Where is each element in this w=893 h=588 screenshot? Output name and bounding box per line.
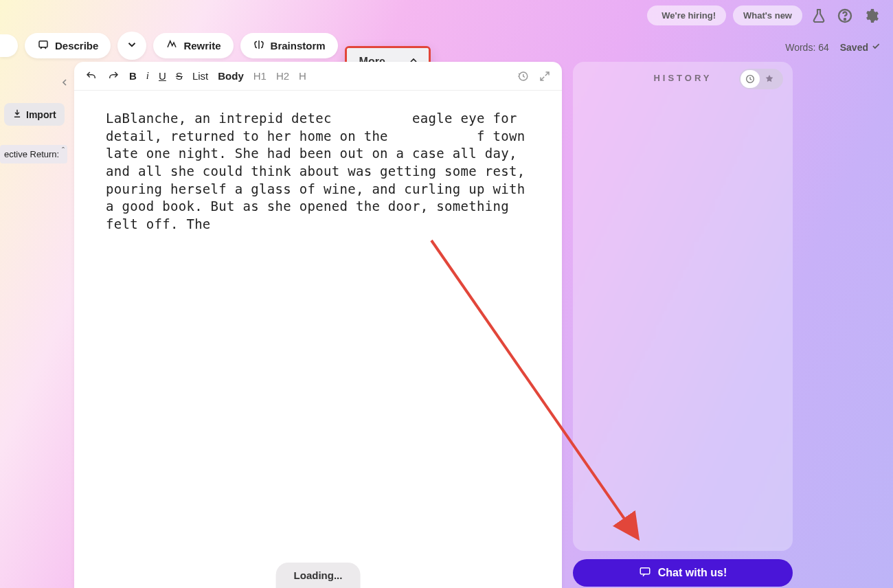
import-button[interactable]: Import: [4, 103, 65, 126]
svg-point-1: [844, 19, 846, 20]
h2-button[interactable]: H2: [276, 70, 289, 82]
loading-label: Loading...: [294, 569, 343, 581]
h3-button[interactable]: H: [299, 70, 306, 82]
undo-button[interactable]: [85, 70, 98, 82]
rewrite-icon: [166, 38, 178, 53]
document-title: ective Return:: [4, 149, 59, 159]
history-recent-icon: [741, 70, 760, 88]
sidebar: Import ective Return:: [0, 62, 74, 588]
chat-icon: [639, 565, 651, 580]
rewrite-button[interactable]: Rewrite: [153, 33, 233, 58]
settings-icon[interactable]: [861, 6, 881, 25]
list-button[interactable]: List: [192, 70, 208, 82]
labs-icon[interactable]: [809, 6, 828, 25]
h1-button[interactable]: H1: [253, 70, 267, 82]
brainstorm-icon: [253, 38, 265, 53]
history-icon[interactable]: [517, 70, 529, 82]
top-header: We're hiring! What's new: [647, 5, 881, 25]
bold-button[interactable]: B: [129, 70, 137, 82]
history-title: HISTORY: [653, 73, 712, 83]
svg-rect-2: [39, 41, 47, 47]
history-toggle[interactable]: [739, 69, 783, 89]
document-list-item[interactable]: ective Return:: [0, 145, 67, 163]
brainstorm-label: Brainstorm: [271, 40, 326, 52]
whats-new-label: What's new: [743, 10, 792, 21]
chat-button[interactable]: Chat with us!: [573, 559, 793, 587]
check-icon: [871, 41, 881, 53]
import-label: Import: [26, 109, 56, 120]
chat-label: Chat with us!: [658, 567, 727, 579]
status-bar: Words: 64 Saved: [785, 41, 881, 53]
describe-button[interactable]: Describe: [25, 33, 111, 58]
whats-new-button[interactable]: What's new: [733, 5, 802, 25]
ai-tools-bar: Describe Rewrite Brainstorm More Shrink …: [0, 32, 345, 60]
describe-label: Describe: [55, 40, 98, 52]
history-panel: HISTORY: [573, 62, 793, 551]
loading-indicator: Loading...: [276, 563, 361, 588]
brainstorm-button[interactable]: Brainstorm: [240, 33, 338, 58]
underline-button[interactable]: U: [159, 70, 166, 82]
download-icon: [12, 109, 22, 120]
editor-panel: B i U S List Body H1 H2 H LaBlanche, an …: [74, 62, 562, 588]
word-count: Words: 64: [785, 42, 829, 53]
tool-prev[interactable]: [0, 34, 18, 57]
hiring-button[interactable]: We're hiring!: [647, 5, 726, 25]
format-bar: B i U S List Body H1 H2 H: [74, 62, 562, 91]
chevron-down-icon: [126, 38, 138, 53]
hiring-label: We're hiring!: [662, 10, 716, 21]
describe-options-button[interactable]: [117, 32, 146, 60]
italic-button[interactable]: i: [146, 70, 149, 82]
document-body[interactable]: LaBlanche, an intrepid detec eagle eye f…: [74, 91, 562, 252]
describe-icon: [37, 38, 49, 53]
expand-icon[interactable]: [539, 70, 551, 82]
rewrite-label: Rewrite: [183, 40, 221, 52]
body-style-button[interactable]: Body: [218, 70, 244, 82]
strike-button[interactable]: S: [176, 70, 183, 82]
history-starred-icon: [760, 70, 779, 88]
save-status: Saved: [840, 41, 881, 53]
saved-label: Saved: [840, 42, 868, 53]
help-icon[interactable]: [835, 6, 855, 25]
redo-button[interactable]: [107, 70, 120, 82]
